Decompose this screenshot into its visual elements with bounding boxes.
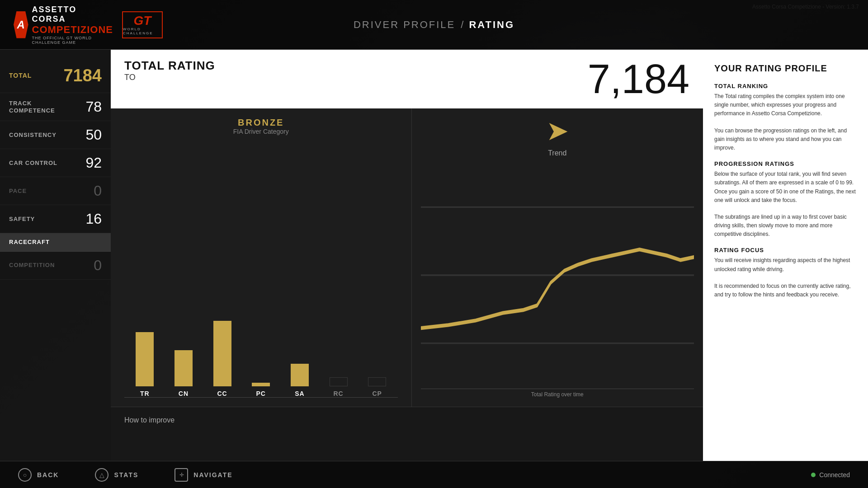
- sidebar-item-consistency[interactable]: CONSISTENCY 50: [0, 121, 111, 149]
- back-label: BACK: [37, 471, 59, 479]
- rp-heading-4: RATING FOCUS: [714, 247, 857, 253]
- sidebar-item-competition[interactable]: COMPETITION 0: [0, 252, 111, 280]
- trend-section: ➤ Trend Total Rating over time: [411, 108, 703, 407]
- bar-chart: TR CN CC PC: [124, 142, 398, 398]
- bar-chart-section: BRONZE FIA Driver Category TR CN CC: [111, 108, 411, 407]
- sidebar-item-track-competence[interactable]: TRACKCOMPETENCE 78: [0, 93, 111, 121]
- sidebar-label-safety: SAFETY: [9, 216, 35, 223]
- header: A ASSETTO CORSA COMPETIZIONE THE OFFICIA…: [0, 0, 868, 50]
- bar-label-sa: SA: [295, 390, 304, 397]
- rp-text-5: It is recommended to focus on the curren…: [714, 282, 857, 299]
- navigate-icon: ✛: [175, 468, 188, 482]
- rp-section-1: You can browse the progression ratings o…: [714, 127, 857, 153]
- bar-label-tr: TR: [140, 390, 150, 397]
- sidebar: TOTAL 7184 TRACKCOMPETENCE 78 CONSISTENC…: [0, 50, 111, 461]
- navigate-label: NAVIGATE: [193, 471, 232, 479]
- acc-logo-text: ASSETTO CORSA COMPETIZIONE THE OFFICIAL …: [32, 5, 113, 45]
- bar-label-cc: CC: [217, 390, 227, 397]
- bar-cc: [213, 321, 231, 386]
- bar-group-cn: CN: [168, 350, 200, 397]
- bar-label-cn: CN: [179, 390, 189, 397]
- sidebar-label-car-control: CAR CONTROL: [9, 160, 57, 167]
- stats-button[interactable]: △ STATS: [95, 468, 138, 482]
- sidebar-label-competition: COMPETITION: [9, 262, 55, 269]
- stats-icon: △: [95, 468, 108, 482]
- gt-sub: WORLD CHALLENGE: [123, 27, 162, 35]
- bar-cp: [368, 377, 386, 386]
- bar-tr: [136, 332, 154, 386]
- bar-group-pc: PC: [245, 383, 277, 397]
- bar-label-rc: RC: [333, 390, 343, 397]
- rp-text-3: The subratings are lined up in a way to …: [714, 213, 857, 239]
- bar-label-pc: PC: [256, 390, 266, 397]
- total-rating-panel: TOTAL RATING TO 7,184: [111, 50, 703, 108]
- sidebar-label-total: TOTAL: [9, 72, 32, 80]
- category-title: BRONZE: [124, 117, 398, 128]
- sidebar-value-safety: 16: [79, 211, 102, 227]
- footer: ○ BACK △ STATS ✛ NAVIGATE Connected: [0, 461, 868, 488]
- gt-text: GT: [134, 14, 151, 27]
- rp-heading-2: PROGRESSION RATINGS: [714, 160, 857, 167]
- navigate-button[interactable]: ✛ NAVIGATE: [175, 468, 232, 482]
- bar-group-sa: SA: [284, 364, 316, 397]
- improve-section: How to improve: [111, 407, 703, 461]
- sidebar-value-track: 78: [79, 99, 102, 115]
- sidebar-value-total: 7184: [63, 66, 102, 85]
- brand-name: ASSETTO CORSA: [32, 5, 113, 24]
- sidebar-value-competition: 0: [79, 257, 102, 274]
- bar-pc: [252, 383, 270, 386]
- brand-subtitle: THE OFFICIAL GT WORLD CHALLENGE GAME: [32, 36, 113, 45]
- sidebar-value-consistency: 50: [79, 127, 102, 143]
- total-rating-number: 7,184: [588, 59, 689, 99]
- bar-group-rc: RC: [322, 377, 354, 397]
- sidebar-value-car-control: 92: [79, 155, 102, 171]
- total-rating-title: TOTAL RATING: [124, 59, 215, 73]
- header-separator: /: [461, 19, 463, 31]
- trend-arrow-icon: ➤: [546, 117, 569, 145]
- bar-rc: [330, 377, 348, 386]
- sidebar-label-racecraft: RACECRAFT: [9, 239, 50, 246]
- back-icon: ○: [18, 468, 32, 482]
- logo-area: A ASSETTO CORSA COMPETIZIONE THE OFFICIA…: [14, 7, 163, 43]
- right-panel: YOUR RATING PROFILE TOTAL RANKING The To…: [703, 50, 868, 461]
- sidebar-value-pace: 0: [79, 183, 102, 199]
- bar-group-tr: TR: [129, 332, 161, 397]
- rp-section-0: TOTAL RANKING The Total rating compiles …: [714, 83, 857, 118]
- sidebar-label-track: TRACKCOMPETENCE: [9, 100, 55, 114]
- bar-group-cp: CP: [361, 377, 393, 397]
- rp-section-4: RATING FOCUS You will receive insights r…: [714, 247, 857, 273]
- sidebar-item-safety[interactable]: SAFETY 16: [0, 205, 111, 233]
- bar-cn: [175, 350, 193, 386]
- stats-label: STATS: [114, 471, 138, 479]
- driver-profile-label: DRIVER PROFILE: [354, 19, 455, 31]
- footer-right: Connected: [811, 471, 850, 479]
- chart-area: BRONZE FIA Driver Category TR CN CC: [111, 108, 703, 407]
- improve-title: How to improve: [124, 416, 689, 424]
- rp-text-4: You will receive insights regarding aspe…: [714, 256, 857, 273]
- sidebar-item-racecraft[interactable]: RACECRAFT: [0, 233, 111, 252]
- main-content: TOTAL RATING TO 7,184 BRONZE FIA Driver …: [111, 50, 703, 461]
- acc-logo: A ASSETTO CORSA COMPETIZIONE THE OFFICIA…: [14, 7, 113, 43]
- total-rating-subtitle: TO: [124, 73, 215, 82]
- header-rating-label: RATING: [469, 19, 514, 31]
- connected-text: Connected: [819, 471, 850, 479]
- sidebar-item-pace[interactable]: PACE 0: [0, 177, 111, 205]
- bar-sa: [291, 364, 309, 386]
- header-title: DRIVER PROFILE / RATING: [354, 19, 514, 31]
- sidebar-item-car-control[interactable]: CAR CONTROL 92: [0, 149, 111, 177]
- rp-section-5: It is recommended to focus on the curren…: [714, 282, 857, 299]
- trend-total-label: Total Rating over time: [421, 391, 694, 398]
- connected-indicator: [811, 473, 816, 477]
- brand-red: COMPETIZIONE: [32, 24, 113, 36]
- sidebar-label-consistency: CONSISTENCY: [9, 131, 57, 139]
- rp-heading-0: TOTAL RANKING: [714, 83, 857, 89]
- bar-group-cc: CC: [206, 321, 238, 397]
- trend-label: Trend: [421, 149, 694, 157]
- trend-svg: [421, 162, 694, 389]
- sidebar-item-total[interactable]: TOTAL 7184: [0, 59, 111, 93]
- rp-section-3: The subratings are lined up in a way to …: [714, 213, 857, 239]
- back-button[interactable]: ○ BACK: [18, 468, 59, 482]
- rp-text-2: Below the surface of your total rank, yo…: [714, 170, 857, 205]
- sidebar-label-pace: PACE: [9, 188, 27, 195]
- total-rating-left: TOTAL RATING TO: [124, 59, 215, 82]
